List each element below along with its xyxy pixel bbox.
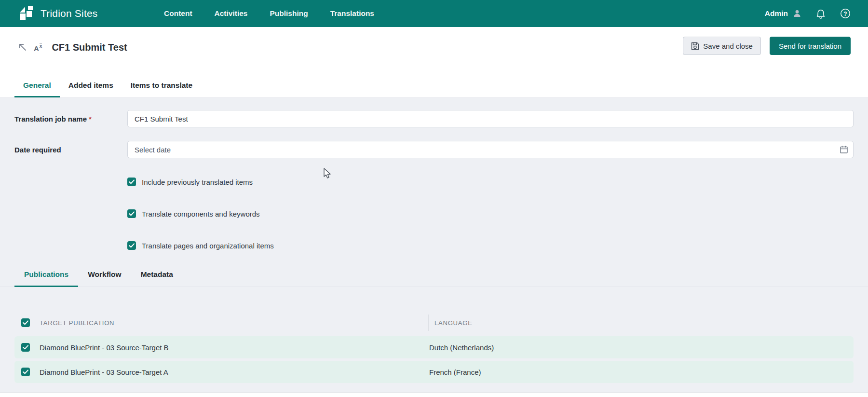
page-tabs: General Added items Items to translate	[14, 81, 201, 97]
send-for-translation-button[interactable]: Send for translation	[770, 37, 851, 55]
row-checkbox[interactable]	[21, 343, 30, 352]
nav-item-content[interactable]: Content	[164, 9, 192, 18]
tridion-logo-icon	[18, 5, 35, 22]
publications-table-header: TARGET PUBLICATION LANGUAGE	[0, 311, 868, 334]
row-checkbox[interactable]	[21, 368, 30, 376]
language-cell: Dutch (Netherlands)	[429, 343, 494, 352]
translate-pages-label[interactable]: Translate pages and organizational items	[142, 242, 274, 250]
back-arrow-icon[interactable]	[18, 43, 27, 52]
subtab-workflow[interactable]: Workflow	[78, 270, 131, 287]
navbar-right: Admin ?	[765, 0, 868, 27]
translate-pages-checkbox[interactable]	[127, 241, 136, 250]
general-tab-panel: Translation job name* Date required	[0, 98, 868, 392]
table-row[interactable]: Diamond BluePrint - 03 Source-Target A F…	[14, 361, 854, 383]
translate-components-row: Translate components and keywords	[127, 209, 260, 218]
tab-added-items[interactable]: Added items	[60, 81, 122, 97]
job-name-label: Translation job name*	[14, 115, 127, 123]
save-and-close-label: Save and close	[703, 42, 753, 50]
target-publication-cell: Diamond BluePrint - 03 Source-Target B	[40, 343, 429, 352]
user-icon	[793, 9, 801, 18]
brand[interactable]: Tridion Sites	[18, 5, 98, 22]
job-name-input[interactable]	[127, 110, 854, 127]
help-icon[interactable]: ?	[840, 8, 851, 19]
main-navigation: Content Activities Publishing Translatio…	[164, 0, 374, 27]
subtab-metadata[interactable]: Metadata	[131, 270, 183, 287]
include-previous-label[interactable]: Include previously translated items	[142, 178, 253, 186]
title-row: Ax CF1 Submit Test	[18, 39, 127, 56]
save-icon	[691, 42, 699, 50]
send-for-translation-label: Send for translation	[779, 42, 841, 50]
date-input[interactable]	[127, 141, 854, 158]
tab-items-to-translate[interactable]: Items to translate	[122, 81, 201, 97]
nav-item-translations[interactable]: Translations	[330, 9, 374, 18]
save-and-close-button[interactable]: Save and close	[683, 37, 761, 55]
select-all-checkbox[interactable]	[21, 318, 30, 327]
required-marker: *	[89, 115, 92, 123]
detail-subtabs: Publications Workflow Metadata	[0, 270, 868, 287]
bottom-strip	[0, 392, 868, 397]
svg-text:?: ?	[843, 11, 847, 17]
job-name-row: Translation job name*	[0, 110, 868, 127]
date-required-row: Date required	[0, 141, 868, 158]
table-row[interactable]: Diamond BluePrint - 03 Source-Target B D…	[14, 336, 854, 358]
target-publication-cell: Diamond BluePrint - 03 Source-Target A	[40, 368, 429, 376]
user-menu[interactable]: Admin	[765, 9, 801, 18]
user-name: Admin	[765, 9, 788, 18]
page-title: CF1 Submit Test	[52, 42, 127, 53]
nav-item-activities[interactable]: Activities	[215, 9, 248, 18]
tab-general[interactable]: General	[14, 81, 60, 97]
column-divider	[428, 315, 429, 331]
include-previous-checkbox[interactable]	[127, 178, 136, 186]
translation-job-page: Tridion Sites Content Activities Publish…	[0, 0, 868, 397]
subtab-publications[interactable]: Publications	[14, 270, 78, 287]
top-navbar: Tridion Sites Content Activities Publish…	[0, 0, 868, 27]
translate-components-checkbox[interactable]	[127, 209, 136, 218]
date-required-label: Date required	[14, 146, 127, 154]
nav-item-publishing[interactable]: Publishing	[270, 9, 308, 18]
translation-job-icon: Ax	[34, 43, 42, 52]
header-buttons: Save and close Send for translation	[683, 37, 851, 55]
column-language[interactable]: LANGUAGE	[434, 319, 473, 327]
translate-pages-row: Translate pages and organizational items	[127, 241, 274, 250]
translate-components-label[interactable]: Translate components and keywords	[142, 210, 260, 218]
page-header: Ax CF1 Submit Test Save and close Send f…	[0, 27, 868, 98]
calendar-icon[interactable]	[840, 145, 848, 154]
include-previous-row: Include previously translated items	[127, 178, 253, 186]
column-target-publication[interactable]: TARGET PUBLICATION	[40, 319, 428, 327]
job-name-input-wrap	[127, 110, 854, 127]
bell-icon[interactable]	[816, 8, 826, 19]
brand-name: Tridion Sites	[41, 8, 98, 19]
language-cell: French (France)	[429, 368, 481, 376]
date-input-wrap	[127, 141, 854, 158]
